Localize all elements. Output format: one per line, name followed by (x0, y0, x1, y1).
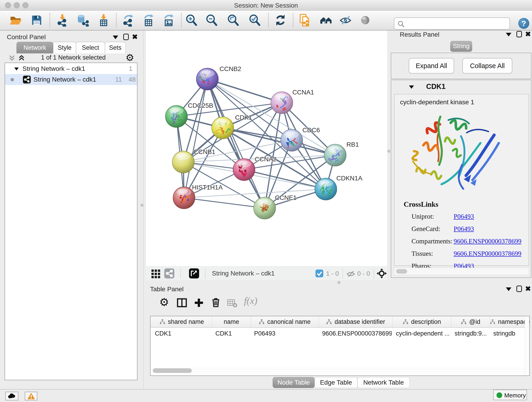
warning-status-button[interactable] (25, 392, 37, 400)
results-horizontal-scrollbar[interactable] (394, 268, 529, 275)
column-header-database-identifier[interactable]: database identifier (319, 316, 393, 327)
column-header-canonical-name[interactable]: canonical name (251, 316, 319, 327)
network-node-CDK1[interactable] (212, 117, 234, 139)
zoom-selected-button[interactable] (248, 14, 261, 27)
hscrollbar-thumb[interactable] (153, 368, 192, 373)
table-cell[interactable]: 9606.ENSP00000378699 (322, 328, 392, 339)
network-collection-row[interactable]: String Network – cdk1 1 (5, 64, 137, 74)
left-splitter-handle[interactable] (140, 204, 143, 207)
table-cell[interactable]: cyclin-dependent ... (396, 328, 450, 339)
crosslink-link[interactable]: 9606.ENSP00000378699 (454, 250, 521, 257)
table-panel-menu-button[interactable] (506, 287, 511, 291)
show-columns-button[interactable] (177, 298, 187, 308)
network-node-CDC25B[interactable] (165, 105, 187, 128)
grid-view-button[interactable] (151, 269, 161, 279)
function-builder-button[interactable]: f(x) (244, 295, 257, 306)
collapse-all-icon[interactable] (8, 54, 16, 62)
table-panel-float-button[interactable] (516, 286, 522, 292)
network-node-CCNB1[interactable] (172, 151, 194, 173)
zoom-fit-button[interactable] (227, 14, 240, 27)
table-panel-close-button[interactable]: ✖ (525, 286, 531, 292)
node-label-CCNB1: CCNB1 (194, 148, 215, 155)
collection-expander-icon[interactable] (14, 68, 19, 70)
network-options-gear-icon[interactable]: ⚙ (126, 52, 134, 63)
network-row[interactable]: String Network – cdk1 11 48 (5, 74, 137, 85)
save-session-button[interactable] (30, 14, 43, 27)
table-vertical-scrollbar[interactable] (525, 316, 529, 375)
table-cell[interactable]: P06493 (254, 328, 318, 339)
crosslink-link[interactable]: 9606.ENSP00000378699 (454, 237, 521, 245)
delete-column-button[interactable] (210, 297, 221, 307)
birds-eye-view-button[interactable] (189, 268, 199, 279)
table-horizontal-scrollbar[interactable] (151, 367, 525, 374)
expand-all-icon[interactable] (18, 54, 25, 62)
hide-selected-button[interactable] (339, 14, 352, 27)
help-button[interactable]: ? (518, 18, 529, 29)
network-node-CCNB2[interactable] (196, 68, 218, 90)
tab-network-table[interactable]: Network Table (357, 377, 410, 388)
export-image-button[interactable] (162, 14, 175, 27)
open-session-button[interactable] (9, 14, 22, 27)
network-node-CCNA1[interactable] (271, 92, 293, 114)
results-panel-float-button[interactable] (516, 31, 522, 37)
results-scrollbar-thumb[interactable] (396, 269, 407, 274)
import-table-button[interactable] (97, 14, 110, 27)
memory-button[interactable]: Memory (493, 390, 527, 400)
network-canvas[interactable]: CCNB2CCNA1CDC25BCDK1CDC6RB1CCNB1CCNA2CDK… (146, 31, 387, 266)
table-cell[interactable]: stringdb (493, 328, 529, 339)
control-panel-close-button[interactable]: ✖ (132, 34, 138, 40)
show-all-button[interactable] (359, 14, 372, 27)
network-node-CDC6[interactable] (281, 129, 303, 151)
search-field[interactable] (394, 17, 510, 30)
tab-network[interactable]: Network (17, 42, 53, 53)
table-settings-button[interactable]: ⚙ (159, 296, 169, 308)
import-network-from-database-button[interactable] (76, 14, 89, 27)
zoom-in-button[interactable] (185, 14, 198, 27)
control-panel-menu-button[interactable] (113, 36, 118, 39)
tab-node-table[interactable]: Node Table (273, 377, 315, 388)
export-table-button[interactable] (142, 14, 155, 27)
results-panel-close-button[interactable]: ✖ (525, 31, 531, 37)
column-header-shared-name[interactable]: shared name (152, 316, 212, 327)
refresh-button[interactable] (274, 14, 287, 27)
network-node-RB1[interactable] (324, 144, 346, 166)
export-network-button[interactable] (122, 14, 135, 27)
cloud-status-button[interactable] (5, 392, 18, 400)
bottom-splitter-handle[interactable] (337, 281, 341, 284)
clone-network-button[interactable] (298, 14, 311, 27)
control-panel-float-button[interactable] (123, 34, 129, 40)
crosslink-link[interactable]: P06493 (454, 213, 474, 220)
selected-checkbox[interactable] (316, 269, 323, 277)
search-input[interactable] (407, 19, 508, 28)
first-neighbors-button[interactable] (320, 14, 333, 27)
network-node-HIST1H1A[interactable] (173, 187, 195, 209)
zoom-out-button[interactable] (205, 14, 218, 27)
table-cell[interactable]: CDK1 (215, 328, 250, 339)
tab-select[interactable]: Select (76, 42, 105, 53)
column-header-namespace[interactable]: namespace (490, 316, 530, 327)
tab-edge-table[interactable]: Edge Table (315, 377, 357, 388)
table-cell[interactable]: stringdb:9... (455, 328, 489, 339)
tab-string[interactable]: String (450, 41, 472, 52)
network-node-CDKN1A[interactable] (315, 178, 337, 200)
expand-all-button[interactable]: Expand All (409, 58, 454, 74)
table-cell[interactable]: CDK1 (155, 328, 211, 339)
pan-mode-button[interactable] (376, 268, 387, 279)
tab-sets[interactable]: Sets (105, 42, 126, 53)
crosslink-link[interactable]: P06493 (454, 225, 474, 233)
delete-table-button[interactable] (227, 298, 238, 308)
protein-expander-icon[interactable] (409, 85, 414, 89)
import-network-button[interactable] (56, 14, 69, 27)
column-header-@id[interactable]: @id (451, 316, 490, 327)
add-column-button[interactable] (194, 298, 204, 308)
table-row[interactable]: CDK1CDK1P064939606.ENSP00000378699cyclin… (151, 328, 529, 339)
hidden-eye-button[interactable] (346, 269, 355, 279)
column-header-description[interactable]: description (393, 316, 451, 327)
collapse-all-button[interactable]: Collapse All (462, 58, 512, 74)
tab-style[interactable]: Style (53, 42, 76, 53)
column-header-name[interactable]: name (212, 316, 251, 327)
network-view-button[interactable] (164, 268, 174, 279)
network-node-CCNA2[interactable] (233, 159, 255, 181)
network-node-CCNE1[interactable] (254, 197, 276, 219)
results-panel-menu-button[interactable] (506, 33, 511, 36)
